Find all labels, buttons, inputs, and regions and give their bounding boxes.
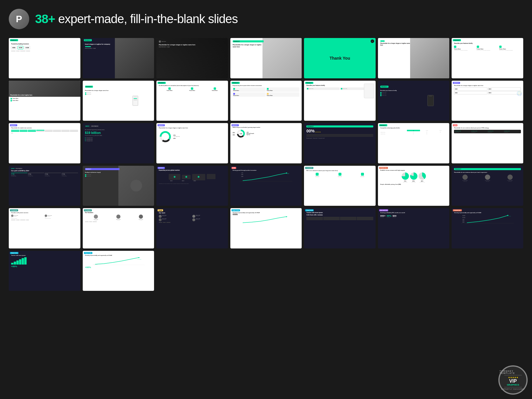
feature-name-3: Feature Name [499, 49, 521, 50]
grid-cell-4 [36, 130, 44, 131]
logo-grid-1 [306, 217, 323, 218]
slide-15[interactable]: MARKET Placeholder for market size overv… [9, 123, 80, 163]
badge-7: PRODUCT [453, 39, 461, 41]
slide-12-title: Describe your features briefly [306, 85, 373, 86]
svg-text:$1,500: $1,500 [463, 217, 466, 218]
stamp-top-text: TURNKEY TEMPLATE [500, 370, 526, 374]
logo-grid-6 [323, 218, 340, 219]
svg-point-32 [138, 257, 139, 258]
slide-28[interactable]: PRODUCT Placeholder for one sentence abo… [452, 166, 523, 206]
svg-text:$250: $250 [463, 222, 465, 223]
slide-26-title: We're on a mission to (insert your long-… [306, 170, 373, 171]
donut-chart-2: 5.8B [236, 129, 245, 138]
slide-19-metric: 00% [306, 129, 315, 133]
feature-desc-2: Placeholder for a short feature descript… [477, 50, 498, 51]
slide-30-title: Our founders [85, 212, 152, 213]
slide-23[interactable]: MARKET Scaling to (milestone target) Fea… [83, 166, 154, 206]
platform-feature-3: Feature Name [204, 90, 226, 91]
slide-8[interactable]: Placeholder for a short tagline here Fea… [9, 81, 80, 121]
slide-32[interactable]: TRACTION Growing exponentially and organ… [230, 208, 302, 248]
slide-25[interactable]: GTM Driving growth through product innov… [230, 166, 302, 206]
slide-18-title: Addressing an overlooked, growing target… [233, 127, 300, 128]
logo-grid-12 [357, 219, 373, 220]
slide-33[interactable]: TRACTION Traction with lorem ipsum 4.9★ … [304, 208, 376, 248]
stamp-bottom-text: EXPERTLY DESIGNED [501, 388, 525, 390]
slide-17[interactable]: MARKET Placeholder for a longer slogan o… [156, 123, 228, 163]
slide-20-title: Competitive advantage placeholder [380, 127, 447, 129]
slide-36[interactable]: TRACTION Traction with lorem ipsum +00% [9, 251, 80, 291]
milestone-2: YY YEA Describe theNo-Marker goal [28, 173, 44, 177]
badge-10: PRODUCT [158, 82, 166, 84]
slide-21[interactable]: GTM Placeholder for one sentence about y… [452, 123, 523, 163]
table-line-2 [306, 135, 373, 136]
slide-30[interactable]: FOUNDER Our founders John W. Doe Co-foun… [83, 208, 154, 248]
slide-14[interactable]: MARKET Placeholder for a longer slogan o… [452, 81, 523, 121]
slide-18[interactable]: MARKET Addressing an overlooked, growing… [230, 123, 302, 163]
channel-header-2: CHANNEL NAME [471, 131, 487, 132]
table-row1-c2: ✗ [434, 132, 447, 133]
slide-29[interactable]: FOUNDER Founders with proven success Joh… [9, 208, 80, 248]
slide-1[interactable]: PRODUCT Trusted by leading investors 000… [9, 38, 80, 78]
channel-desc-4: Description here [504, 132, 520, 132]
feature-item-1: Feature Name [13, 98, 18, 99]
slide-2[interactable]: PRODUCT Insert slogan or tagline for com… [83, 38, 154, 78]
platform-feature-2: Feature Name [181, 90, 203, 91]
table-line-4 [306, 137, 373, 137]
founder-card-1: John W. Doe Co-founder [85, 215, 107, 220]
badge-36: TRACTION [10, 252, 18, 254]
slide-37[interactable]: TRACTION Growing exponentially and organ… [83, 251, 154, 291]
slide-9[interactable]: PRODUCT Placeholder for a longer slogan … [83, 81, 154, 121]
slide-22[interactable]: MARKET GTM STRATEGY Our path to $XXM by … [9, 166, 80, 206]
slide-31-title: Our team [159, 212, 226, 214]
slide-7[interactable]: PRODUCT Describe your features briefly F… [452, 38, 523, 78]
slide-24[interactable]: MARKET Expanding across global markets 0… [156, 166, 228, 206]
feature-icon-1 [454, 46, 456, 48]
slide-21-title: Placeholder for one sentence about your … [454, 127, 521, 129]
table-line-1 [306, 134, 373, 135]
slide-10[interactable]: PRODUCT A unified platform to streamline… [156, 81, 228, 121]
slide-3[interactable]: L logo-ipsum Placeholder for a longer sl… [156, 38, 228, 78]
badge-27: FINANCIAL [379, 167, 388, 169]
grid-cell-9 [11, 131, 19, 132]
slide-17-title: Placeholder for a longer slogan or tagli… [159, 127, 226, 129]
slide-11[interactable]: PRODUCT Empowering lorem ipsum dolor sit… [230, 81, 302, 121]
slide-6[interactable]: Placeholder for a longer slogan or tagli… [378, 38, 450, 78]
milestone-1: YY YEA Describe theNo-Marker goal [11, 173, 27, 177]
slide-19[interactable]: PRODUCT 00% ★★★★★ Key pain point · Unmet… [304, 123, 376, 163]
badge-19: PRODUCT [306, 125, 373, 127]
slide-9-bullet-2 [85, 94, 86, 95]
slide-27[interactable]: FINANCIAL Scalable revenue streams with … [378, 166, 450, 206]
svg-text:000 B: 000 B [170, 180, 172, 182]
slide-35[interactable]: FINANCIAL Growing exponentially and orga… [452, 208, 523, 248]
team-member-4: John W. Doe Role title here [192, 218, 225, 221]
slide-13[interactable]: PRODUCT Describe your features briefly F… [378, 81, 450, 121]
feature-bullet-1 [11, 98, 12, 99]
slide-16[interactable]: MARKET GTM STRATEGY An overlooked opport… [83, 123, 154, 163]
world-map: 000 B 000 B 000 B [159, 172, 226, 183]
bar-5 [22, 258, 24, 265]
market-metric-2: $000 [488, 87, 521, 91]
stamp-sub-text: GRAPHICS [507, 384, 519, 386]
badge-12: PRODUCT [305, 82, 313, 84]
slide-26[interactable]: FOUNDER We're on a mission to (insert yo… [304, 166, 376, 206]
slide-34[interactable]: VALUATION Growing profitability 00% mont… [378, 208, 450, 248]
table-row1-label: Feature Name [380, 132, 407, 133]
feature-icon-3 [499, 46, 502, 48]
revenue-circle-3: 40% Conversion rate [419, 172, 426, 183]
slide-12[interactable]: PRODUCT Describe your features briefly F… [304, 81, 376, 121]
slide-4[interactable]: PRODUCT Placeholder for a longer slogan … [230, 38, 302, 78]
badge-13: PRODUCT [380, 86, 388, 88]
table-header-2: US [407, 130, 420, 131]
slides-grid: PRODUCT Trusted by leading investors 000… [9, 38, 523, 291]
metric-000k: 000k [11, 46, 17, 49]
slide-20[interactable]: PRODUCT Competitive advantage placeholde… [378, 123, 450, 163]
slide-6-title: Placeholder for a longer slogan or tagli… [380, 43, 411, 46]
svg-text:$800: $800 [463, 220, 465, 221]
slide-31[interactable]: TEAM Our team John W. Doe Role title her… [156, 208, 228, 248]
slide-5[interactable]: Thank You L [304, 38, 376, 78]
svg-rect-10 [207, 174, 215, 179]
svg-text:$2,500: $2,500 [463, 215, 466, 216]
slide-2-sub: INVESTOR DECK · 20 LAB [85, 48, 116, 49]
svg-text:$1 Jan/date: $1 Jan/date [137, 259, 141, 260]
feature-item-2: Feature Name [13, 100, 18, 101]
